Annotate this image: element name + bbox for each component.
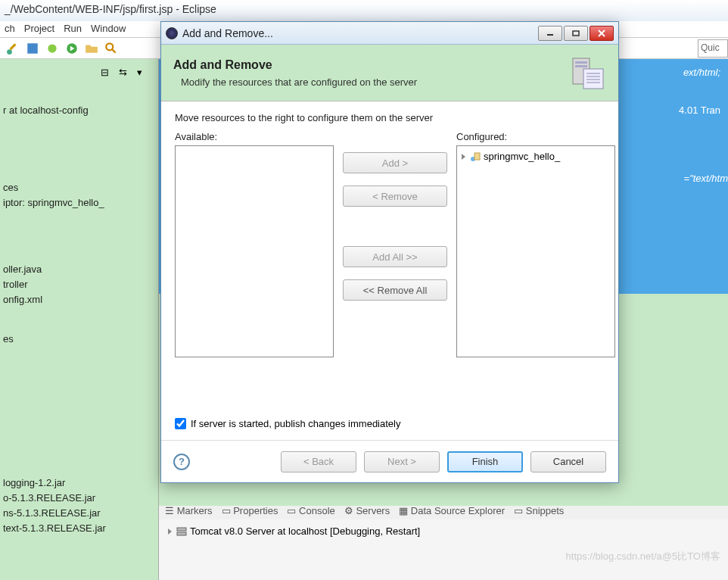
available-label: Available: — [175, 131, 334, 142]
tree-item[interactable]: es — [3, 332, 155, 347]
cancel-button[interactable]: Cancel — [530, 451, 606, 472]
dialog-title: Add and Remove... — [182, 27, 538, 39]
remove-button[interactable]: < Remove — [343, 186, 447, 207]
publish-checkbox-row[interactable]: If server is started, publish changes im… — [175, 418, 605, 429]
tree-item[interactable]: troller — [3, 277, 155, 292]
tree-view[interactable]: r at localhost-config ces iptor: springm… — [3, 103, 155, 536]
list-item[interactable]: springmvc_hello_ — [460, 149, 611, 164]
tab-properties[interactable]: ▭ Properties — [222, 505, 278, 516]
tree-item[interactable]: logging-1.2.jar — [3, 476, 155, 491]
tree-item[interactable]: text-5.1.3.RELEASE.jar — [3, 521, 155, 536]
explorer-toolbar[interactable]: ⊟ ⇆ ▾ — [3, 65, 155, 82]
tree-item[interactable]: ns-5.1.3.RELEASE.jar — [3, 506, 155, 521]
instruction-text: Move resources to the right to configure… — [175, 112, 605, 123]
tree-item[interactable]: ces — [3, 180, 155, 195]
tree-item[interactable]: oller.java — [3, 262, 155, 277]
remove-all-button[interactable]: << Remove All — [343, 279, 447, 301]
tab-markers[interactable]: ☰ Markers — [165, 505, 213, 516]
tree-item[interactable]: r at localhost-config — [3, 103, 155, 118]
module-name: springmvc_hello_ — [484, 151, 560, 162]
svg-rect-11 — [583, 69, 603, 89]
svg-rect-1 — [27, 43, 38, 54]
close-button[interactable] — [590, 26, 614, 41]
tab-console[interactable]: ▭ Console — [287, 505, 334, 516]
debug-icon[interactable] — [45, 42, 59, 55]
menu-window[interactable]: Window — [91, 23, 126, 36]
menu-run[interactable]: Run — [64, 23, 82, 36]
save-icon[interactable] — [26, 42, 39, 55]
server-label: Tomcat v8.0 Server at localhost [Debuggi… — [190, 525, 420, 537]
new-icon[interactable] — [6, 42, 20, 55]
code-line: 4.01 Tran — [679, 104, 720, 116]
project-explorer[interactable]: ⊟ ⇆ ▾ r at localhost-config ces iptor: s… — [0, 59, 159, 580]
svg-rect-5 — [177, 528, 186, 531]
configured-column: Configured: springmvc_hello_ — [456, 131, 615, 407]
help-button[interactable]: ? — [173, 454, 190, 470]
dialog-header: Add and Remove Modify the resources that… — [161, 45, 618, 101]
expand-icon[interactable] — [462, 154, 465, 160]
transfer-buttons: Add > < Remove Add All >> << Remove All — [343, 131, 447, 407]
search-icon[interactable] — [104, 42, 118, 55]
server-config-icon — [568, 54, 606, 92]
add-remove-dialog: Add and Remove... Add and Remove Modify … — [160, 21, 619, 483]
svg-rect-10 — [575, 65, 587, 67]
svg-rect-13 — [474, 153, 480, 160]
maximize-button[interactable] — [564, 26, 588, 41]
server-icon — [176, 526, 187, 537]
finish-button[interactable]: Finish — [447, 451, 523, 472]
configured-label: Configured: — [456, 131, 615, 142]
tree-item[interactable]: o-5.1.3.RELEASE.jar — [3, 491, 155, 506]
folder-icon[interactable] — [85, 42, 98, 55]
available-listbox[interactable] — [175, 145, 334, 357]
svg-point-4 — [106, 43, 113, 50]
dialog-titlebar[interactable]: Add and Remove... — [161, 22, 618, 45]
menu-search[interactable]: ch — [5, 23, 15, 36]
run-icon[interactable] — [65, 42, 79, 55]
eclipse-titlebar: _/WebContent/WEB-INF/jsp/first.jsp - Ecl… — [0, 0, 728, 21]
configured-listbox[interactable]: springmvc_hello_ — [456, 145, 615, 357]
header-desc: Modify the resources that are configured… — [181, 76, 568, 88]
link-icon[interactable]: ⇆ — [119, 67, 132, 80]
watermark: https://blog.csdn.net/a@5比TO博客 — [566, 550, 720, 563]
tree-item[interactable]: iptor: springmvc_hello_ — [3, 195, 155, 210]
dialog-footer: ? < Back Next > Finish Cancel — [161, 440, 618, 482]
tab-snippets[interactable]: ▭ Snippets — [514, 505, 564, 516]
collapse-icon[interactable]: ⊟ — [101, 67, 114, 80]
minimize-button[interactable] — [538, 26, 562, 41]
quick-access-input[interactable]: Quic — [698, 39, 728, 58]
publish-checkbox-label: If server is started, publish changes im… — [191, 418, 400, 429]
tab-servers[interactable]: ⚙ Servers — [344, 505, 390, 516]
menu-icon[interactable]: ▾ — [137, 67, 151, 80]
svg-rect-9 — [575, 61, 587, 64]
eclipse-icon — [166, 27, 178, 39]
dialog-body: Move resources to the right to configure… — [161, 101, 618, 440]
next-button[interactable]: Next > — [364, 451, 440, 472]
header-title: Add and Remove — [173, 58, 568, 72]
svg-rect-6 — [177, 532, 186, 535]
add-button[interactable]: Add > — [343, 152, 447, 173]
server-row[interactable]: Tomcat v8.0 Server at localhost [Debuggi… — [166, 524, 720, 538]
back-button[interactable]: < Back — [281, 451, 356, 472]
add-all-button[interactable]: Add All >> — [343, 246, 447, 267]
tab-datasource[interactable]: ▦ Data Source Explorer — [399, 505, 505, 516]
menu-project[interactable]: Project — [24, 23, 54, 36]
code-line: ext/html; — [683, 67, 720, 78]
svg-point-2 — [48, 44, 56, 52]
code-line: ="text/htm — [684, 173, 728, 184]
tree-item[interactable]: onfig.xml — [3, 292, 155, 307]
module-icon — [470, 151, 481, 162]
available-column: Available: — [175, 131, 334, 407]
publish-checkbox[interactable] — [175, 418, 186, 429]
svg-rect-7 — [573, 31, 579, 36]
expand-icon[interactable] — [168, 529, 172, 535]
